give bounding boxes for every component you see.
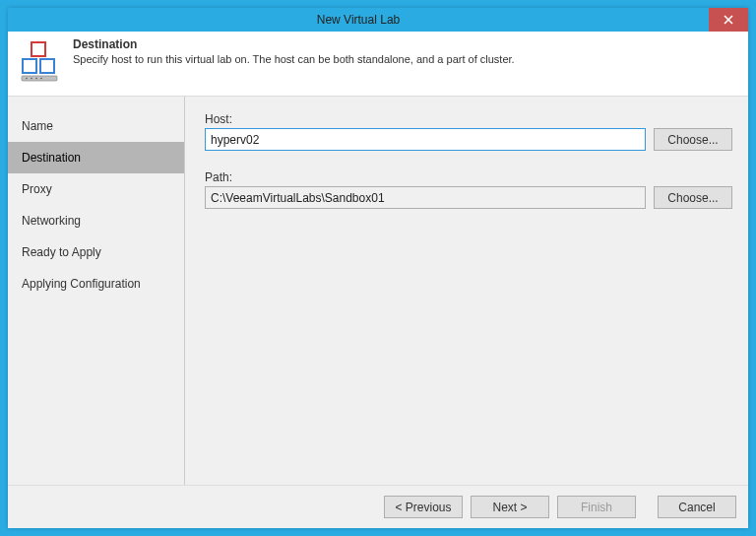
path-label: Path: — [205, 170, 732, 184]
titlebar: New Virtual Lab — [8, 8, 748, 32]
choose-host-button[interactable]: Choose... — [654, 128, 732, 151]
svg-point-6 — [26, 78, 28, 80]
next-button[interactable]: Next > — [471, 496, 549, 518]
previous-button[interactable]: < Previous — [384, 496, 463, 518]
sidebar-item-ready[interactable]: Ready to Apply — [8, 236, 184, 268]
svg-rect-4 — [40, 59, 54, 73]
footer: < Previous Next > Finish Cancel — [8, 485, 748, 528]
step-sidebar: Name Destination Proxy Networking Ready … — [8, 97, 185, 485]
svg-point-9 — [40, 78, 42, 80]
path-row: C:\VeeamVirtualLabs\Sandbox01 Choose... — [205, 186, 732, 209]
sidebar-item-destination[interactable]: Destination — [8, 142, 184, 173]
content-panel: Host: Choose... Path: C:\VeeamVirtualLab… — [185, 97, 748, 485]
header-text: Destination Specify host to run this vir… — [73, 37, 515, 65]
finish-button: Finish — [557, 496, 636, 518]
sidebar-item-networking[interactable]: Networking — [8, 205, 184, 236]
path-display: C:\VeeamVirtualLabs\Sandbox01 — [205, 186, 646, 209]
button-gap — [644, 496, 650, 518]
choose-path-button[interactable]: Choose... — [654, 186, 732, 209]
host-input[interactable] — [205, 128, 646, 151]
wizard-icon — [18, 37, 61, 86]
step-description: Specify host to run this virtual lab on.… — [73, 53, 515, 65]
close-button[interactable] — [709, 8, 748, 32]
body: Name Destination Proxy Networking Ready … — [8, 97, 748, 485]
svg-rect-3 — [23, 59, 36, 73]
step-title: Destination — [73, 37, 515, 51]
dialog-window: New Virtual Lab Destination Specify host… — [8, 8, 748, 528]
window-title: New Virtual Lab — [8, 13, 709, 27]
cancel-button[interactable]: Cancel — [658, 496, 736, 518]
sidebar-item-proxy[interactable]: Proxy — [8, 173, 184, 205]
sidebar-item-name[interactable]: Name — [8, 110, 184, 142]
svg-point-7 — [31, 78, 32, 80]
host-row: Choose... — [205, 128, 732, 151]
header: Destination Specify host to run this vir… — [8, 32, 748, 97]
close-icon — [724, 12, 733, 28]
svg-rect-2 — [32, 42, 45, 56]
host-label: Host: — [205, 112, 732, 126]
svg-point-8 — [35, 78, 37, 80]
sidebar-item-applying[interactable]: Applying Configuration — [8, 268, 184, 300]
